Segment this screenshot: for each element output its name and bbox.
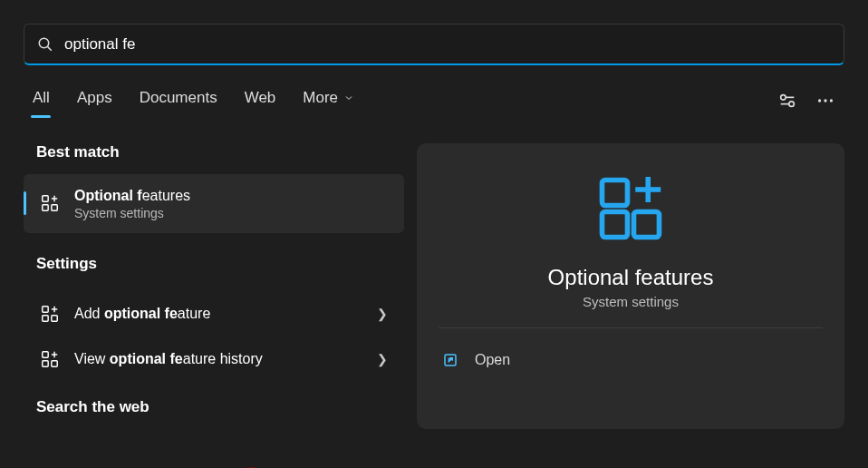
tab-web[interactable]: Web <box>245 89 276 116</box>
tab-apps[interactable]: Apps <box>77 89 112 116</box>
open-label: Open <box>475 352 510 368</box>
tab-more[interactable]: More <box>303 89 354 116</box>
svg-point-0 <box>39 38 49 48</box>
grid-plus-icon <box>40 193 60 213</box>
section-search-web: Search the web <box>24 382 404 429</box>
result-title: Optional features <box>74 187 190 206</box>
detail-subtitle: System settings <box>583 294 679 309</box>
selection-indicator <box>24 191 26 215</box>
svg-rect-23 <box>603 212 628 238</box>
section-settings: Settings <box>24 233 404 286</box>
grid-plus-icon <box>593 171 669 247</box>
grid-plus-icon <box>40 304 60 324</box>
tab-documents[interactable]: Documents <box>140 89 217 116</box>
list-item-label: View optional feature history <box>74 351 263 367</box>
svg-rect-8 <box>43 205 48 210</box>
best-match-optional-features[interactable]: Optional features System settings <box>24 174 404 233</box>
search-input[interactable] <box>64 35 831 54</box>
open-external-icon <box>442 352 458 368</box>
svg-line-1 <box>48 46 52 50</box>
search-box[interactable] <box>24 24 844 65</box>
grid-plus-icon <box>40 349 60 369</box>
more-icon[interactable] <box>815 91 835 114</box>
detail-title: Optional features <box>548 265 714 290</box>
chevron-right-icon: ❯ <box>377 307 388 321</box>
tabs-row: All Apps Documents Web More <box>0 65 868 116</box>
tab-all[interactable]: All <box>33 89 50 116</box>
list-item-label: Add optional feature <box>74 306 210 322</box>
svg-point-3 <box>789 102 795 107</box>
open-action[interactable]: Open <box>439 350 514 370</box>
svg-rect-24 <box>634 212 660 238</box>
svg-point-4 <box>818 99 821 102</box>
settings-item-view-history[interactable]: View optional feature history ❯ <box>24 336 404 382</box>
svg-rect-17 <box>43 352 48 357</box>
svg-rect-14 <box>52 316 57 321</box>
section-best-match: Best match <box>24 143 404 174</box>
svg-point-6 <box>830 99 833 102</box>
svg-rect-19 <box>52 361 57 366</box>
result-subtitle: System settings <box>74 206 190 220</box>
svg-rect-12 <box>43 307 48 312</box>
svg-rect-22 <box>603 180 628 206</box>
settings-item-add-optional-feature[interactable]: Add optional feature ❯ <box>24 291 404 336</box>
svg-point-5 <box>824 99 826 102</box>
svg-point-2 <box>781 95 786 101</box>
svg-rect-9 <box>52 205 57 210</box>
svg-rect-18 <box>43 361 48 366</box>
svg-rect-7 <box>43 196 48 201</box>
chevron-right-icon: ❯ <box>377 352 388 366</box>
search-icon <box>37 36 53 53</box>
svg-rect-13 <box>43 316 48 321</box>
chevron-down-icon <box>343 93 354 103</box>
connector-icon[interactable] <box>777 91 797 114</box>
detail-pane: Optional features System settings Open <box>417 143 844 429</box>
divider <box>439 327 823 328</box>
